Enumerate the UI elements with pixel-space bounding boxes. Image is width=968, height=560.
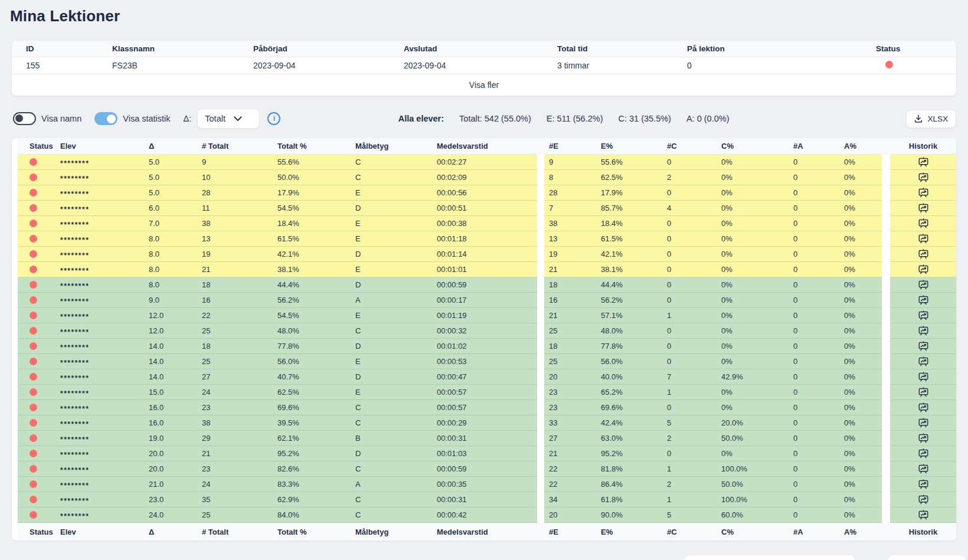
cell-c-count: 0 — [662, 446, 717, 461]
cell-e-pct: 42.1% — [596, 247, 662, 262]
cell-a-pct: 0% — [839, 185, 882, 201]
chart-board-icon[interactable] — [918, 234, 929, 244]
column-gap — [537, 461, 544, 477]
chart-board-icon[interactable] — [918, 494, 929, 505]
chart-board-icon[interactable] — [918, 157, 929, 168]
chart-board-icon[interactable] — [918, 203, 929, 214]
chart-board-icon[interactable] — [918, 372, 929, 382]
info-icon[interactable]: i — [267, 112, 280, 125]
col-total-pct: Totalt % — [273, 138, 351, 155]
cell-delta: 15.0 — [144, 385, 197, 400]
col-historik: Historik — [890, 523, 956, 541]
cell-a-count: 0 — [789, 155, 839, 170]
chart-board-icon[interactable] — [918, 418, 929, 428]
column-gap — [882, 155, 890, 170]
student-name: ******** — [55, 477, 144, 492]
column-gap — [882, 201, 890, 216]
chart-board-icon[interactable] — [918, 479, 929, 490]
toolbar: Visa namn Visa statistik Δ: Totalt i All… — [12, 108, 956, 129]
red-dot-icon — [30, 281, 37, 289]
cell-total-count: 9 — [197, 155, 273, 170]
chart-board-icon[interactable] — [918, 464, 929, 474]
chart-board-icon[interactable] — [918, 188, 929, 198]
cell-c-count: 0 — [662, 247, 717, 262]
historik-cell — [890, 477, 956, 492]
cell-a-count: 0 — [789, 216, 839, 231]
cell-total-pct: 82.6% — [273, 461, 351, 477]
status-cell — [18, 400, 55, 415]
visa-statistik-toggle[interactable] — [94, 112, 117, 125]
column-gap — [882, 170, 890, 185]
cell-c-count: 2 — [662, 477, 717, 492]
delta-select[interactable]: Totalt — [197, 109, 260, 129]
cell-medelsvarstid: 00:00:51 — [432, 201, 537, 216]
cell-medelsvarstid: 00:01:19 — [432, 308, 537, 323]
cell-medelsvarstid: 00:00:57 — [432, 385, 537, 400]
cell-total-pct: 62.1% — [273, 431, 351, 446]
column-gap — [537, 170, 544, 185]
column-gap — [537, 492, 544, 507]
chart-board-icon[interactable] — [918, 326, 929, 336]
student-row: ********8.01942.1%D00:01:141942.1%00%00% — [12, 247, 956, 262]
partial-button[interactable] — [685, 555, 855, 560]
column-gap — [882, 293, 890, 308]
download-icon — [914, 114, 923, 123]
cell-e-count: 34 — [544, 492, 596, 507]
cell-medelsvarstid: 00:01:03 — [432, 446, 537, 461]
chart-board-icon[interactable] — [918, 264, 929, 275]
delta-label: Δ: — [184, 114, 192, 123]
cell-total-count: 24 — [197, 385, 273, 400]
chart-board-icon[interactable] — [918, 295, 929, 306]
chart-board-icon[interactable] — [918, 433, 929, 444]
chart-board-icon[interactable] — [918, 402, 929, 413]
historik-cell — [890, 293, 956, 308]
cell-malbetyg: C — [351, 170, 432, 185]
visa-namn-toggle[interactable] — [13, 112, 36, 125]
red-dot-icon — [30, 358, 37, 365]
student-row: ********20.02195.2%D00:01:032195.2%00%00… — [12, 446, 956, 461]
status-cell — [18, 385, 55, 400]
cell-medelsvarstid: 00:00:38 — [432, 216, 537, 231]
show-more-link[interactable]: Visa fler — [469, 80, 499, 90]
chart-board-icon[interactable] — [918, 448, 929, 459]
cell-c-pct: 20.0% — [717, 415, 789, 431]
cell-a-count: 0 — [789, 400, 839, 415]
cell-malbetyg: C — [351, 507, 432, 523]
cell-a-pct: 0% — [839, 369, 882, 385]
page-title: Mina Lektioner — [0, 0, 968, 25]
student-row: ********8.01844.4%D00:00:591844.4%00%00% — [12, 277, 956, 293]
export-xlsx-button[interactable]: XLSX — [906, 110, 956, 128]
chart-board-icon[interactable] — [918, 172, 929, 183]
chart-board-icon[interactable] — [918, 310, 929, 321]
cell-e-count: 8 — [544, 170, 596, 185]
status-cell — [18, 446, 55, 461]
col-elev: Elev — [55, 523, 144, 541]
cell-a-count: 0 — [789, 385, 839, 400]
column-gap — [537, 293, 544, 308]
cell-medelsvarstid: 00:00:57 — [432, 400, 537, 415]
chart-board-icon[interactable] — [918, 249, 929, 260]
lesson-row[interactable]: 155 FS23B 2023-09-04 2023-09-04 3 timmar… — [12, 57, 956, 74]
lesson-total-tid: 3 timmar — [557, 61, 687, 70]
cell-malbetyg: C — [351, 155, 432, 170]
chart-board-icon[interactable] — [918, 387, 929, 398]
student-name: ******** — [55, 231, 144, 247]
cell-c-pct: 100.0% — [717, 492, 789, 507]
student-row: ********5.01050.0%C00:02:09862.5%20%00% — [12, 170, 956, 185]
chart-board-icon[interactable] — [918, 510, 929, 520]
student-name: ******** — [55, 216, 144, 231]
partial-button[interactable] — [888, 555, 966, 560]
cell-total-pct: 83.3% — [273, 477, 351, 492]
chart-board-icon[interactable] — [918, 356, 929, 367]
cell-delta: 9.0 — [144, 293, 197, 308]
student-row: ********12.02548.0%C00:00:322548.0%00%00… — [12, 323, 956, 339]
cell-total-count: 18 — [197, 339, 273, 354]
chart-board-icon[interactable] — [918, 280, 929, 290]
cell-a-pct: 0% — [839, 385, 882, 400]
chart-board-icon[interactable] — [918, 341, 929, 352]
column-gap — [882, 216, 890, 231]
column-gap — [537, 339, 544, 354]
status-cell — [18, 323, 55, 339]
chart-board-icon[interactable] — [918, 218, 929, 229]
col-c-count: #C — [662, 523, 717, 541]
